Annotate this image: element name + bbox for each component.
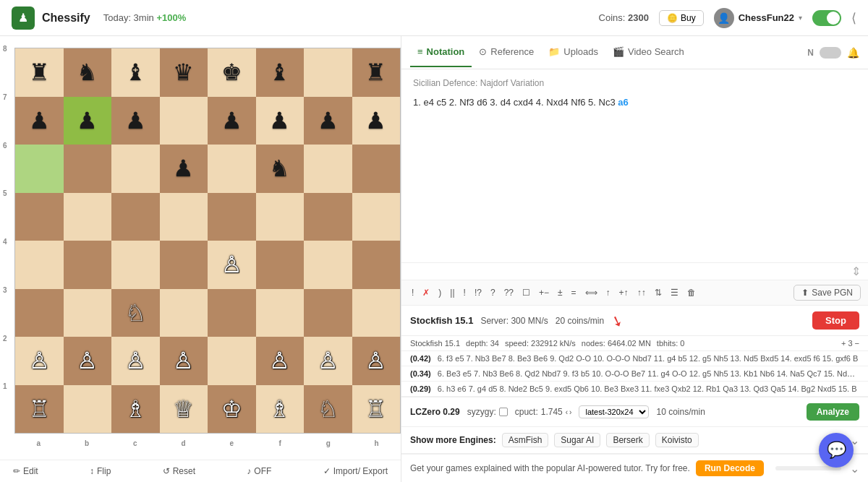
flip-button[interactable]: ↕ Flip xyxy=(85,465,115,478)
board-cell-e8[interactable]: ♚ xyxy=(208,48,256,97)
tab-video-search[interactable]: 🎬 Video Search xyxy=(605,38,692,67)
board-cell-e3[interactable] xyxy=(208,289,256,337)
board-cell-f4[interactable] xyxy=(256,241,305,289)
board-cell-a3[interactable] xyxy=(15,289,64,337)
engine-line-3[interactable]: (0.29) 6. h3 e6 7. g4 d5 8. Nde2 Bc5 9. … xyxy=(401,382,868,397)
analyze-button[interactable]: Analyze xyxy=(807,403,859,421)
night-mode-toggle[interactable] xyxy=(820,47,841,59)
engine-line-2[interactable]: (0.34) 6. Be3 e5 7. Nb3 Be6 8. Qd2 Nbd7 … xyxy=(401,366,868,382)
board-cell-g7[interactable]: ♟ xyxy=(304,97,352,145)
board-cell-b7[interactable]: ♟ xyxy=(64,97,112,145)
lines-toggle[interactable]: + 3 − xyxy=(841,339,859,348)
cpuct-right-arrow[interactable]: › xyxy=(569,408,571,416)
board-cell-b3[interactable] xyxy=(64,289,112,337)
board-cell-d4[interactable] xyxy=(160,241,208,289)
board-cell-h3[interactable] xyxy=(352,289,401,337)
symbol-bang[interactable]: ! xyxy=(461,286,469,299)
model-select[interactable]: latest-320x24 xyxy=(579,405,649,418)
symbol-question[interactable]: ? xyxy=(488,286,498,299)
board-cell-a8[interactable]: ♜ xyxy=(15,48,64,97)
symbol-up[interactable]: ↑ xyxy=(603,286,613,299)
board-cell-d6[interactable]: ♟ xyxy=(160,145,208,193)
symbol-exclaim[interactable]: ! xyxy=(409,286,417,299)
board-cell-h5[interactable] xyxy=(352,193,401,241)
symbol-dblbar[interactable]: ⟺ xyxy=(582,286,600,299)
board-cell-g8[interactable] xyxy=(304,48,352,97)
board-cell-f3[interactable] xyxy=(256,289,305,337)
board-cell-d5[interactable] xyxy=(160,193,208,241)
symbol-lines[interactable]: ☰ xyxy=(668,286,681,299)
board-cell-g4[interactable] xyxy=(304,241,352,289)
symbol-interrobang[interactable]: !? xyxy=(472,286,485,299)
off-button[interactable]: ♪ OFF xyxy=(242,465,276,478)
symbol-dblup[interactable]: ↑↑ xyxy=(634,286,649,299)
board-cell-c5[interactable] xyxy=(111,193,160,241)
board-cell-b8[interactable]: ♞ xyxy=(64,48,112,97)
board-cell-c8[interactable]: ♝ xyxy=(111,48,160,97)
board-cell-e5[interactable] xyxy=(208,193,256,241)
board-cell-e2[interactable] xyxy=(208,337,256,385)
engine-koivisto[interactable]: Koivisto xyxy=(655,433,699,447)
board-cell-a4[interactable] xyxy=(15,241,64,289)
board-cell-a1[interactable]: ♖ xyxy=(15,385,64,434)
board-cell-b5[interactable] xyxy=(64,193,112,241)
symbol-upplus[interactable]: +↑ xyxy=(616,286,631,299)
symbol-updown[interactable]: ⇅ xyxy=(652,286,665,299)
board-cell-f2[interactable]: ♙ xyxy=(256,337,305,385)
board-cell-b1[interactable] xyxy=(64,385,112,434)
board-cell-c3[interactable]: ♘ xyxy=(111,289,160,337)
board-cell-a5[interactable] xyxy=(15,193,64,241)
board-cell-c6[interactable] xyxy=(111,145,160,193)
engine-asmfish[interactable]: AsmFish xyxy=(502,433,549,447)
symbol-eq[interactable]: = xyxy=(569,286,579,299)
board-cell-e1[interactable]: ♔ xyxy=(208,385,256,434)
engine-berserk[interactable]: Berserk xyxy=(606,433,649,447)
board-cell-f7[interactable]: ♟ xyxy=(256,97,305,145)
board-cell-f8[interactable]: ♝ xyxy=(256,48,305,97)
collapse-button[interactable]: ⟨ xyxy=(851,10,856,26)
board-cell-a7[interactable]: ♟ xyxy=(15,97,64,145)
board-cell-c1[interactable]: ♗ xyxy=(111,385,160,434)
board-cell-h7[interactable]: ♟ xyxy=(352,97,401,145)
board-cell-f5[interactable] xyxy=(256,193,305,241)
board-cell-h1[interactable]: ♖ xyxy=(352,385,401,434)
run-decode-button[interactable]: Run Decode xyxy=(696,460,764,476)
board-cell-f6[interactable]: ♞ xyxy=(256,145,305,193)
syzygy-checkbox[interactable] xyxy=(499,408,508,416)
symbol-double-bar[interactable]: || xyxy=(447,286,457,299)
import-export-button[interactable]: ✓ Import/ Export xyxy=(319,465,392,478)
cpuct-left-arrow[interactable]: ‹ xyxy=(566,408,568,416)
tab-notation[interactable]: ≡ Notation xyxy=(410,38,472,67)
board-cell-d8[interactable]: ♛ xyxy=(160,48,208,97)
tab-uploads[interactable]: 📁 Uploads xyxy=(541,38,605,67)
symbol-paren[interactable]: ) xyxy=(435,286,444,299)
board-cell-d3[interactable] xyxy=(160,289,208,337)
theme-toggle[interactable] xyxy=(812,10,841,26)
symbol-trash[interactable]: 🗑 xyxy=(684,286,699,299)
engine-line-1[interactable]: (0.42) 6. f3 e5 7. Nb3 Be7 8. Be3 Be6 9.… xyxy=(401,351,868,366)
board-cell-g6[interactable] xyxy=(304,145,352,193)
board-cell-a2[interactable]: ♙ xyxy=(15,337,64,385)
board-cell-g3[interactable] xyxy=(304,289,352,337)
tab-reference[interactable]: ⊙ Reference xyxy=(472,38,541,67)
save-pgn-button[interactable]: ⬆ Save PGN xyxy=(793,285,861,301)
symbol-dblquestion[interactable]: ?? xyxy=(501,286,516,299)
board-cell-h2[interactable]: ♙ xyxy=(352,337,401,385)
board-cell-c2[interactable]: ♙ xyxy=(111,337,160,385)
symbol-pm[interactable]: ± xyxy=(555,286,566,299)
highlighted-move[interactable]: a6 xyxy=(618,97,628,108)
board-cell-g1[interactable]: ♘ xyxy=(304,385,352,434)
board-cell-g2[interactable]: ♙ xyxy=(304,337,352,385)
board-cell-b6[interactable] xyxy=(64,145,112,193)
symbol-cross[interactable]: ✗ xyxy=(420,286,433,299)
board-cell-c4[interactable] xyxy=(111,241,160,289)
board-cell-h4[interactable] xyxy=(352,241,401,289)
board-cell-g5[interactable] xyxy=(304,193,352,241)
buy-button[interactable]: 🪙 Buy xyxy=(659,10,704,26)
symbol-square[interactable]: ☐ xyxy=(519,286,533,299)
board-cell-d1[interactable]: ♕ xyxy=(160,385,208,434)
discord-button[interactable]: 💬 xyxy=(819,433,854,468)
board-cell-e7[interactable]: ♟ xyxy=(208,97,256,145)
bell-icon[interactable]: 🔔 xyxy=(847,47,859,59)
reset-button[interactable]: ↺ Reset xyxy=(158,465,200,478)
